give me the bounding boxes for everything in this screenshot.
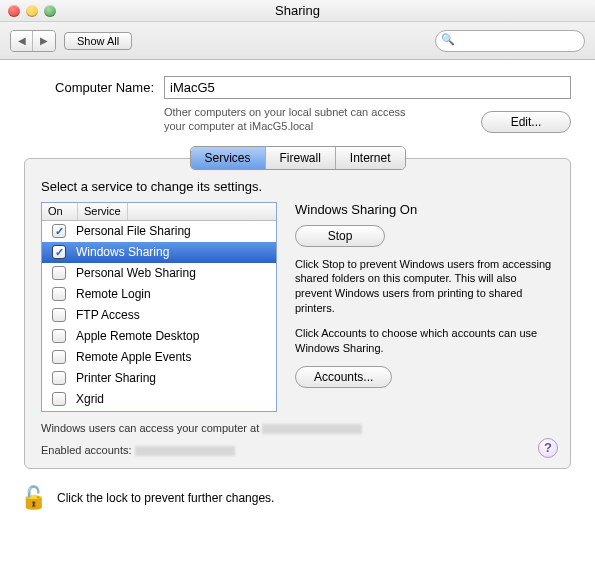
service-checkbox[interactable] xyxy=(52,371,66,385)
service-checkbox[interactable] xyxy=(52,308,66,322)
close-window-icon[interactable] xyxy=(8,5,20,17)
tab-internet[interactable]: Internet xyxy=(335,147,405,169)
service-row[interactable]: Xgrid xyxy=(42,389,276,410)
service-row[interactable]: Personal Web Sharing xyxy=(42,263,276,284)
redacted-address xyxy=(262,424,362,434)
service-checkbox[interactable] xyxy=(52,350,66,364)
toolbar: ◀ ▶ Show All xyxy=(0,22,595,60)
service-checkbox[interactable]: ✓ xyxy=(52,224,66,238)
service-row[interactable]: ✓Windows Sharing xyxy=(42,242,276,263)
service-row[interactable]: Printer Sharing xyxy=(42,368,276,389)
forward-button[interactable]: ▶ xyxy=(33,31,55,51)
service-label: Printer Sharing xyxy=(76,371,156,385)
service-label: FTP Access xyxy=(76,308,140,322)
show-all-button[interactable]: Show All xyxy=(64,32,132,50)
service-row[interactable]: Apple Remote Desktop xyxy=(42,326,276,347)
detail-heading: Windows Sharing On xyxy=(295,202,554,217)
stop-button[interactable]: Stop xyxy=(295,225,385,247)
lock-icon[interactable]: 🔓 xyxy=(20,485,47,511)
service-checkbox[interactable] xyxy=(52,266,66,280)
lock-text: Click the lock to prevent further change… xyxy=(57,491,274,505)
edit-button[interactable]: Edit... xyxy=(481,111,571,133)
service-label: Remote Apple Events xyxy=(76,350,191,364)
search-input[interactable] xyxy=(435,30,585,52)
col-service[interactable]: Service xyxy=(78,203,128,220)
service-label: Remote Login xyxy=(76,287,151,301)
computer-name-label: Computer Name: xyxy=(24,80,154,95)
minimize-window-icon[interactable] xyxy=(26,5,38,17)
computer-name-field[interactable] xyxy=(164,76,571,99)
service-label: Personal Web Sharing xyxy=(76,266,196,280)
computer-name-hint: Other computers on your local subnet can… xyxy=(164,105,424,134)
service-row[interactable]: FTP Access xyxy=(42,305,276,326)
footer-line2: Enabled accounts: xyxy=(41,444,132,456)
tab-services[interactable]: Services xyxy=(190,147,264,169)
footer-line1: Windows users can access your computer a… xyxy=(41,422,262,434)
service-checkbox[interactable]: ✓ xyxy=(52,245,66,259)
service-label: Xgrid xyxy=(76,392,104,406)
col-on[interactable]: On xyxy=(42,203,78,220)
services-list: On Service ✓Personal File Sharing✓Window… xyxy=(41,202,277,412)
service-label: Windows Sharing xyxy=(76,245,169,259)
service-row[interactable]: Remote Login xyxy=(42,284,276,305)
group-prompt: Select a service to change its settings. xyxy=(41,179,554,194)
redacted-accounts xyxy=(135,446,235,456)
accounts-hint: Click Accounts to choose which accounts … xyxy=(295,326,554,356)
service-row[interactable]: ✓Personal File Sharing xyxy=(42,221,276,242)
window-title: Sharing xyxy=(0,3,595,18)
service-checkbox[interactable] xyxy=(52,392,66,406)
service-checkbox[interactable] xyxy=(52,329,66,343)
service-label: Personal File Sharing xyxy=(76,224,191,238)
help-button[interactable]: ? xyxy=(538,438,558,458)
back-button[interactable]: ◀ xyxy=(11,31,33,51)
service-checkbox[interactable] xyxy=(52,287,66,301)
accounts-button[interactable]: Accounts... xyxy=(295,366,392,388)
service-label: Apple Remote Desktop xyxy=(76,329,199,343)
zoom-window-icon[interactable] xyxy=(44,5,56,17)
detail-desc: Click Stop to prevent Windows users from… xyxy=(295,257,554,316)
services-group: Services Firewall Internet Select a serv… xyxy=(24,158,571,469)
service-row[interactable]: Remote Apple Events xyxy=(42,347,276,368)
tab-firewall[interactable]: Firewall xyxy=(264,147,334,169)
